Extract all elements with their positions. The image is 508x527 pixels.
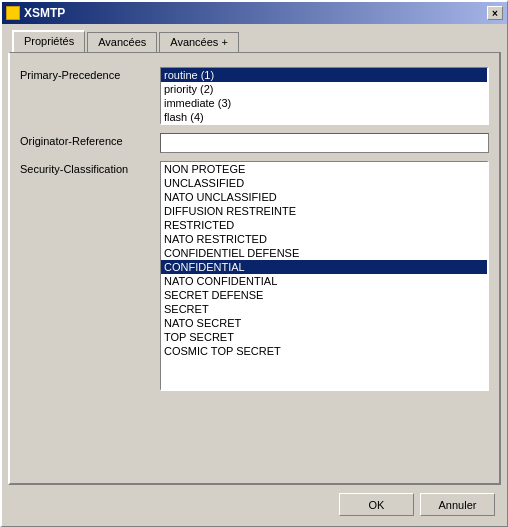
originator-reference-label: Originator-Reference	[20, 133, 160, 147]
list-item[interactable]: NATO CONFIDENTIAL	[161, 274, 487, 288]
originator-reference-group: Originator-Reference	[20, 133, 489, 153]
primary-precedence-group: Primary-Precedence routine (1)priority (…	[20, 67, 489, 125]
list-item[interactable]: COSMIC TOP SECRET	[161, 344, 487, 358]
list-item[interactable]: RESTRICTED	[161, 218, 487, 232]
list-item[interactable]: CONFIDENTIAL	[161, 260, 487, 274]
security-classification-label: Security-Classification	[20, 161, 160, 175]
list-item[interactable]: DIFFUSION RESTREINTE	[161, 204, 487, 218]
list-item[interactable]: TOP SECRET	[161, 330, 487, 344]
tab-avancees-plus[interactable]: Avancées +	[159, 32, 239, 52]
tab-avancees[interactable]: Avancées	[87, 32, 157, 52]
tab-bar: Propriétés Avancées Avancées +	[8, 30, 501, 52]
button-row: OK Annuler	[8, 485, 501, 520]
title-bar: XSMTP ×	[2, 2, 507, 24]
tab-panel-proprietes: Primary-Precedence routine (1)priority (…	[8, 52, 501, 485]
list-item[interactable]: NON PROTEGE	[161, 162, 487, 176]
list-item[interactable]: CONFIDENTIEL DEFENSE	[161, 246, 487, 260]
ok-button[interactable]: OK	[339, 493, 414, 516]
main-window: XSMTP × Propriétés Avancées Avancées + P…	[0, 0, 508, 527]
window-content: Propriétés Avancées Avancées + Primary-P…	[2, 24, 507, 526]
title-bar-title-area: XSMTP	[6, 6, 65, 20]
app-icon	[6, 6, 20, 20]
security-classification-control: NON PROTEGEUNCLASSIFIEDNATO UNCLASSIFIED…	[160, 161, 489, 391]
list-item[interactable]: flash (4)	[161, 110, 487, 124]
primary-precedence-control: routine (1)priority (2)immediate (3)flas…	[160, 67, 489, 125]
list-item[interactable]: priority (2)	[161, 82, 487, 96]
list-item[interactable]: NATO SECRET	[161, 316, 487, 330]
cancel-button[interactable]: Annuler	[420, 493, 495, 516]
list-item[interactable]: immediate (3)	[161, 96, 487, 110]
primary-precedence-listbox[interactable]: routine (1)priority (2)immediate (3)flas…	[160, 67, 489, 125]
originator-reference-input[interactable]	[160, 133, 489, 153]
primary-precedence-label: Primary-Precedence	[20, 67, 160, 81]
list-item[interactable]: SECRET DEFENSE	[161, 288, 487, 302]
originator-reference-control	[160, 133, 489, 153]
list-item[interactable]: SECRET	[161, 302, 487, 316]
close-button[interactable]: ×	[487, 6, 503, 20]
security-classification-listbox[interactable]: NON PROTEGEUNCLASSIFIEDNATO UNCLASSIFIED…	[160, 161, 489, 391]
list-item[interactable]: UNCLASSIFIED	[161, 176, 487, 190]
list-item[interactable]: NATO RESTRICTED	[161, 232, 487, 246]
tab-proprietes[interactable]: Propriétés	[12, 30, 85, 52]
security-classification-group: Security-Classification NON PROTEGEUNCLA…	[20, 161, 489, 391]
list-item[interactable]: NATO UNCLASSIFIED	[161, 190, 487, 204]
list-item[interactable]: routine (1)	[161, 68, 487, 82]
window-title: XSMTP	[24, 6, 65, 20]
